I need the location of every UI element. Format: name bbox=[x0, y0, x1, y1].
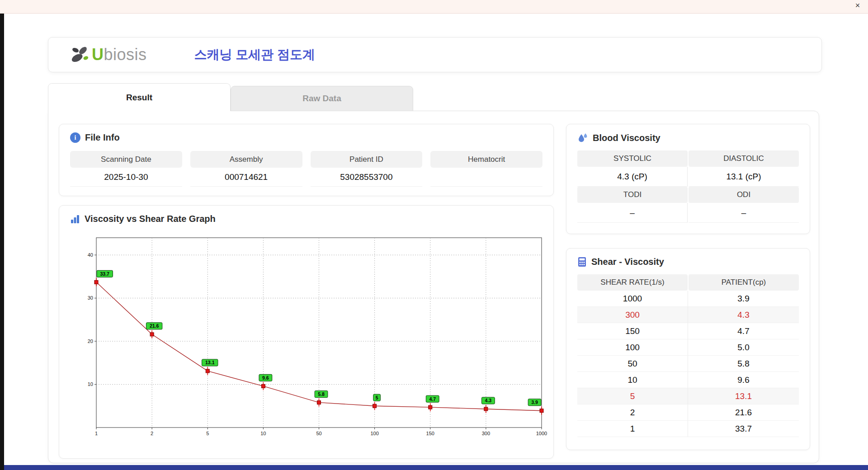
svg-text:100: 100 bbox=[370, 431, 378, 436]
shear-row: 5 13.1 bbox=[577, 388, 799, 404]
svg-text:33.7: 33.7 bbox=[100, 271, 109, 277]
shear-rate-cell: 2 bbox=[577, 404, 688, 421]
file-info-header: i File Info bbox=[70, 132, 542, 143]
window-left-border bbox=[0, 14, 4, 470]
tab-result[interactable]: Result bbox=[48, 83, 231, 111]
graph-header: Viscosity vs Shear Rate Graph bbox=[70, 214, 542, 224]
svg-text:10: 10 bbox=[88, 381, 93, 387]
patient-cp-cell: 5.8 bbox=[688, 356, 799, 372]
field-hematocrit: Hematocrit bbox=[430, 151, 542, 187]
logo-text-u: U bbox=[92, 45, 104, 64]
svg-text:13.1: 13.1 bbox=[205, 360, 215, 365]
shear-rate-cell: 100 bbox=[577, 339, 688, 356]
svg-text:21.6: 21.6 bbox=[150, 323, 159, 329]
graph-title: Viscosity vs Shear Rate Graph bbox=[85, 214, 216, 224]
patient-cp-cell: 33.7 bbox=[688, 421, 799, 437]
patient-cp-cell: 9.6 bbox=[688, 372, 799, 388]
field-patient-id: Patient ID 53028553700 bbox=[311, 151, 423, 187]
shear-row: 50 5.8 bbox=[577, 356, 799, 372]
svg-text:300: 300 bbox=[482, 431, 490, 436]
content-panel: i File Info Scanning Date 2025-10-30 Ass… bbox=[48, 111, 819, 463]
bv-label-odi: ODI bbox=[689, 187, 799, 203]
app-window: Ubiosis 스캐닝 모세관 점도계 Result Raw Data i Fi… bbox=[4, 14, 868, 465]
field-value bbox=[430, 168, 542, 187]
field-assembly: Assembly 000714621 bbox=[190, 151, 302, 187]
field-value: 2025-10-30 bbox=[70, 168, 182, 187]
field-label: Assembly bbox=[190, 151, 302, 168]
shear-table-header: SHEAR RATE(1/s) PATIENT(cp) bbox=[577, 274, 799, 291]
patient-cp-cell: 4.7 bbox=[688, 323, 799, 339]
graph-card: Viscosity vs Shear Rate Graph 1020304012… bbox=[59, 205, 554, 459]
patient-cp-cell: 21.6 bbox=[688, 404, 799, 421]
bv-label-systolic: SYSTOLIC bbox=[577, 150, 688, 167]
shear-rate-cell: 10 bbox=[577, 372, 688, 388]
svg-text:3.9: 3.9 bbox=[531, 400, 538, 405]
file-info-fields: Scanning Date 2025-10-30 Assembly 000714… bbox=[70, 151, 542, 187]
shear-viscosity-header: Shear - Viscosity bbox=[577, 257, 799, 267]
svg-text:2: 2 bbox=[151, 431, 153, 436]
shear-rate-cell: 300 bbox=[577, 307, 688, 323]
shear-rate-cell: 150 bbox=[577, 323, 688, 339]
viscosity-chart: 102030401251050100150300100033.721.613.1… bbox=[79, 231, 548, 440]
file-info-card: i File Info Scanning Date 2025-10-30 Ass… bbox=[59, 124, 554, 196]
water-drop-icon bbox=[577, 132, 588, 143]
logo-text: Ubiosis bbox=[92, 45, 147, 64]
logo-text-rest: biosis bbox=[104, 45, 147, 64]
svg-text:5: 5 bbox=[376, 395, 378, 400]
svg-text:1: 1 bbox=[95, 431, 98, 436]
shear-viscosity-title: Shear - Viscosity bbox=[591, 257, 664, 267]
svg-text:20: 20 bbox=[88, 338, 93, 344]
shear-viscosity-card: Shear - Viscosity SHEAR RATE(1/s) PATIEN… bbox=[566, 248, 810, 450]
app-logo: Ubiosis bbox=[70, 45, 147, 64]
bv-value-todi: – bbox=[577, 203, 688, 223]
field-label: Patient ID bbox=[311, 151, 423, 168]
bv-value-odi: – bbox=[689, 203, 799, 223]
shear-viscosity-table: SHEAR RATE(1/s) PATIENT(cp) 1000 3.9 300… bbox=[577, 274, 799, 437]
patient-cp-cell: 5.0 bbox=[688, 339, 799, 356]
shear-rate-cell: 5 bbox=[577, 388, 688, 404]
svg-text:1000: 1000 bbox=[536, 431, 547, 436]
svg-text:30: 30 bbox=[88, 295, 93, 301]
shear-row: 1 33.7 bbox=[577, 421, 799, 437]
calculator-icon bbox=[577, 257, 587, 267]
field-label: Scanning Date bbox=[70, 151, 182, 168]
bottom-accent-bar bbox=[4, 465, 868, 470]
shear-rate-cell: 1 bbox=[577, 421, 688, 437]
bv-label-diastolic: DIASTOLIC bbox=[689, 150, 799, 167]
shear-row: 10 9.6 bbox=[577, 372, 799, 388]
svg-text:4.7: 4.7 bbox=[429, 396, 436, 402]
shear-row: 100 5.0 bbox=[577, 339, 799, 356]
blood-viscosity-title: Blood Viscosity bbox=[593, 133, 660, 143]
svg-text:10: 10 bbox=[260, 431, 266, 436]
bv-label-todi: TODI bbox=[577, 187, 688, 203]
bv-value-diastolic: 13.1 (cP) bbox=[689, 167, 799, 187]
page-title: 스캐닝 모세관 점도계 bbox=[194, 46, 316, 63]
left-column: i File Info Scanning Date 2025-10-30 Ass… bbox=[59, 124, 554, 459]
shear-row: 300 4.3 bbox=[577, 307, 799, 323]
tab-bar: Result Raw Data bbox=[48, 83, 413, 111]
shear-col-rate: SHEAR RATE(1/s) bbox=[577, 274, 688, 291]
file-info-title: File Info bbox=[85, 132, 120, 143]
close-icon[interactable]: × bbox=[853, 1, 863, 10]
leaf-logo-icon bbox=[70, 45, 91, 64]
svg-text:150: 150 bbox=[426, 431, 434, 436]
header-card: Ubiosis 스캐닝 모세관 점도계 bbox=[48, 37, 822, 72]
tab-raw-data[interactable]: Raw Data bbox=[231, 86, 413, 111]
svg-text:40: 40 bbox=[88, 252, 93, 258]
svg-text:5: 5 bbox=[206, 431, 209, 436]
svg-text:4.3: 4.3 bbox=[485, 398, 492, 403]
field-value: 53028553700 bbox=[311, 168, 423, 187]
blood-viscosity-header: Blood Viscosity bbox=[577, 132, 799, 143]
blood-viscosity-grid: SYSTOLIC DIASTOLIC 4.3 (cP) 13.1 (cP) TO… bbox=[577, 150, 799, 223]
field-label: Hematocrit bbox=[430, 151, 542, 168]
field-value: 000714621 bbox=[190, 168, 302, 187]
info-icon: i bbox=[70, 132, 80, 143]
right-column: Blood Viscosity SYSTOLIC DIASTOLIC 4.3 (… bbox=[566, 124, 810, 459]
window-titlebar: × bbox=[0, 0, 868, 14]
shear-row: 2 21.6 bbox=[577, 404, 799, 421]
svg-text:50: 50 bbox=[316, 431, 321, 436]
svg-text:9.6: 9.6 bbox=[262, 375, 269, 381]
shear-col-patient: PATIENT(cp) bbox=[689, 274, 799, 291]
blood-viscosity-card: Blood Viscosity SYSTOLIC DIASTOLIC 4.3 (… bbox=[566, 124, 810, 234]
bar-chart-icon bbox=[70, 214, 80, 224]
